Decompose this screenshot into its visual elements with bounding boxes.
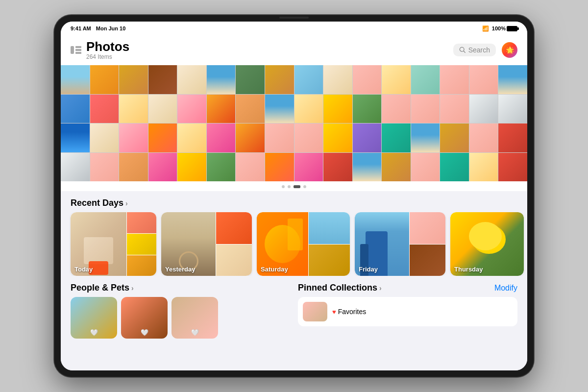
photo-cell[interactable] (265, 153, 294, 182)
photo-cell[interactable] (177, 65, 206, 94)
photo-cell[interactable] (323, 65, 352, 94)
photo-cell[interactable] (119, 95, 148, 123)
photo-cell[interactable] (148, 123, 177, 152)
page-dot-2[interactable] (288, 185, 291, 188)
photo-cell[interactable] (353, 153, 382, 182)
photo-cell[interactable] (177, 95, 206, 123)
photo-cell[interactable] (382, 65, 411, 94)
photo-cell[interactable] (353, 65, 382, 94)
photo-cell[interactable] (440, 65, 469, 94)
photo-cell[interactable] (90, 123, 119, 152)
photo-cell[interactable] (148, 153, 177, 182)
photo-cell[interactable] (440, 95, 469, 123)
photo-cell[interactable] (236, 153, 265, 182)
photo-cell[interactable] (382, 153, 411, 182)
photo-cell[interactable] (236, 65, 265, 94)
pinned-title[interactable]: Pinned Collections › (298, 283, 382, 293)
photo-cell[interactable] (353, 95, 382, 123)
pinned-text: ♥ Favorites (332, 308, 366, 316)
photo-cell[interactable] (265, 95, 294, 123)
photo-cell[interactable] (411, 123, 440, 152)
photo-cell[interactable] (148, 95, 177, 123)
day-card-thursday[interactable]: Thursday (450, 212, 524, 276)
photo-cell[interactable] (119, 65, 148, 94)
photo-cell[interactable] (323, 123, 352, 152)
wifi-icon: 📶 (482, 25, 489, 32)
photo-cell[interactable] (61, 123, 90, 152)
photo-cell[interactable] (90, 65, 119, 94)
photo-cell[interactable] (294, 95, 323, 123)
search-button[interactable]: Search (453, 44, 496, 56)
day-card-today[interactable]: Today (71, 212, 156, 276)
photo-cell[interactable] (382, 123, 411, 152)
photo-cell[interactable] (294, 65, 323, 94)
dual-sections: People & Pets › 🤍 🤍 (61, 283, 527, 339)
photo-cell[interactable] (148, 65, 177, 94)
photo-cell[interactable] (323, 95, 352, 123)
photo-cell[interactable] (61, 65, 90, 94)
battery-display: 100% (492, 25, 517, 31)
status-left: 9:41 AM Mon Jun 10 (71, 25, 125, 31)
battery-percent: 100% (492, 25, 506, 31)
day-card-yesterday[interactable]: Yesterday (161, 212, 252, 276)
photo-cell[interactable] (177, 153, 206, 182)
photo-cell[interactable] (411, 95, 440, 123)
day-label-today: Today (74, 266, 93, 273)
photo-cell[interactable] (90, 95, 119, 123)
photo-cell[interactable] (353, 123, 382, 152)
person-card-3[interactable]: 🤍 (172, 297, 218, 339)
photo-cell[interactable] (498, 65, 527, 94)
photo-cell[interactable] (207, 95, 236, 123)
photo-cell[interactable] (440, 123, 469, 152)
photo-cell[interactable] (236, 123, 265, 152)
photo-cell[interactable] (61, 153, 90, 182)
photo-cell[interactable] (440, 153, 469, 182)
modify-button[interactable]: Modify (494, 284, 517, 293)
page-dot-1[interactable] (282, 185, 285, 188)
person-card-1[interactable]: 🤍 (71, 297, 117, 339)
photo-cell[interactable] (469, 95, 498, 123)
photo-cell[interactable] (411, 65, 440, 94)
photo-cell[interactable] (498, 123, 527, 152)
photo-cell[interactable] (90, 153, 119, 182)
day-label-saturday: Saturday (261, 266, 288, 273)
people-pets-label: People & Pets (71, 283, 129, 293)
photo-cell[interactable] (382, 95, 411, 123)
photo-cell[interactable] (469, 153, 498, 182)
photo-cell[interactable] (61, 95, 90, 123)
photo-cell[interactable] (323, 153, 352, 182)
recent-days-row: Today Yesterday (61, 212, 527, 276)
photo-cell[interactable] (498, 95, 527, 123)
photo-cell[interactable] (119, 153, 148, 182)
photo-cell[interactable] (177, 123, 206, 152)
pinned-label: Pinned Collections (298, 283, 377, 293)
photo-cell[interactable] (236, 95, 265, 123)
people-chevron: › (131, 284, 134, 292)
photo-cell[interactable] (207, 153, 236, 182)
recent-days-title[interactable]: Recent Days › (71, 198, 128, 208)
page-dot-3-active[interactable] (294, 185, 300, 188)
photo-cell[interactable] (119, 123, 148, 152)
user-avatar[interactable]: 🌟 (502, 42, 517, 58)
photo-cell[interactable] (498, 153, 527, 182)
photo-cell[interactable] (469, 123, 498, 152)
day-card-friday[interactable]: Friday (355, 212, 445, 276)
photo-cell[interactable] (294, 153, 323, 182)
person-card-2[interactable]: 🤍 (121, 297, 168, 339)
photo-cell[interactable] (207, 123, 236, 152)
sidebar-toggle-icon[interactable] (71, 46, 81, 54)
camera-bump (279, 17, 309, 19)
photo-cell[interactable] (294, 123, 323, 152)
people-pets-title[interactable]: People & Pets › (71, 283, 134, 293)
day-card-saturday[interactable]: Saturday (257, 212, 350, 276)
photo-cell[interactable] (411, 153, 440, 182)
photo-cell[interactable] (469, 65, 498, 94)
page-dot-4[interactable] (303, 185, 306, 188)
recent-days-label: Recent Days (71, 198, 123, 208)
photo-cell[interactable] (265, 123, 294, 152)
photo-cell[interactable] (207, 65, 236, 94)
pinned-favorites[interactable]: ♥ Favorites (298, 297, 517, 326)
search-icon (459, 47, 466, 53)
pinned-collections-header: Pinned Collections › Modify (298, 283, 517, 297)
photo-cell[interactable] (265, 65, 294, 94)
